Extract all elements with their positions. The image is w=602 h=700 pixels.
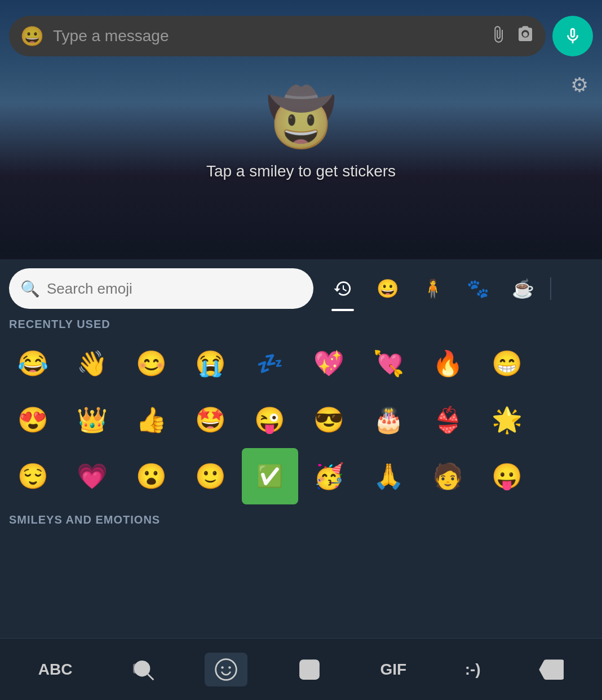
svg-rect-2 — [134, 664, 142, 672]
svg-point-5 — [229, 666, 231, 668]
emoji-cell[interactable]: 😂 — [5, 335, 61, 392]
mic-button[interactable] — [552, 16, 593, 56]
keyboard-bar: ABC GIF :-) — [0, 638, 602, 700]
emoji-cell[interactable]: 😎 — [301, 392, 357, 448]
emoji-cell[interactable]: 🙂 — [183, 448, 239, 504]
emoji-panel: 🔍 😀 🧍 🐾 ☕ RECENTLY USED 😂 👋 😊 😭 💤 💖 💘 🔥 … — [0, 259, 602, 700]
section-recently-used-label: RECENTLY USED — [0, 309, 602, 335]
sticker-prompt-text: Tap a smiley to get stickers — [206, 162, 396, 180]
svg-point-4 — [222, 666, 224, 668]
emoji-cell[interactable]: 😌 — [5, 448, 61, 504]
backspace-button[interactable] — [530, 653, 573, 686]
search-icon: 🔍 — [20, 280, 40, 298]
emoji-cell — [538, 392, 595, 448]
svg-point-3 — [216, 659, 237, 680]
category-tabs: 😀 🧍 🐾 ☕ — [322, 268, 554, 309]
text-emoji-button[interactable]: :-) — [456, 656, 490, 683]
emoji-cell[interactable]: 😛 — [479, 448, 535, 504]
emoji-cell[interactable]: 🎂 — [360, 392, 417, 448]
emoji-cell[interactable]: 😊 — [123, 335, 179, 392]
svg-point-7 — [306, 666, 308, 668]
message-input-container[interactable]: 😀 Type a message — [9, 16, 546, 56]
emoji-cell[interactable]: 🥳 — [301, 448, 357, 504]
abc-button[interactable]: ABC — [29, 656, 82, 683]
tab-divider — [550, 277, 551, 300]
search-tabs-row: 🔍 😀 🧍 🐾 ☕ — [0, 259, 602, 309]
category-tab-food[interactable]: ☕ — [503, 268, 543, 309]
section-smileys-label: SMILEYS AND EMOTIONS — [0, 504, 602, 531]
emoji-toggle-icon[interactable]: 😀 — [20, 25, 44, 47]
abc-label: ABC — [38, 661, 73, 679]
sticker-cowboy-emoji[interactable]: 🤠 — [266, 85, 337, 151]
emoji-cell[interactable]: 👋 — [64, 335, 120, 392]
message-bar: 😀 Type a message — [9, 11, 593, 61]
emoji-cell[interactable]: 😭 — [183, 335, 239, 392]
svg-line-1 — [148, 674, 153, 680]
emoji-cell[interactable]: 🤩 — [183, 392, 239, 448]
category-tab-recent[interactable] — [322, 268, 363, 309]
emoji-cell[interactable]: 😮 — [123, 448, 179, 504]
emoji-cell[interactable]: 😍 — [5, 392, 61, 448]
emoji-cell[interactable]: 👍 — [123, 392, 179, 448]
emoji-cell[interactable]: 🙏 — [360, 448, 417, 504]
emoji-cell — [538, 335, 595, 392]
emoji-cell[interactable]: 💗 — [64, 448, 120, 504]
emoji-cell[interactable]: 😜 — [242, 392, 298, 448]
emoji-cell[interactable]: ✅ — [242, 448, 298, 504]
paperclip-icon[interactable] — [489, 25, 507, 47]
emoji-cell[interactable]: 💤 — [242, 335, 298, 392]
svg-point-8 — [312, 666, 314, 668]
sticker-button[interactable] — [288, 653, 331, 686]
text-emoji-label: :-) — [465, 661, 481, 679]
search-box[interactable]: 🔍 — [9, 268, 313, 309]
gif-button[interactable]: GIF — [371, 656, 415, 683]
category-tab-smileys[interactable]: 😀 — [368, 268, 408, 309]
emoji-cell — [538, 448, 595, 504]
emoji-keyboard-button[interactable] — [205, 653, 247, 686]
emoji-cell[interactable]: 😁 — [479, 335, 535, 392]
emoji-cell[interactable]: 🔥 — [419, 335, 476, 392]
settings-gear-icon[interactable]: ⚙ — [570, 73, 588, 97]
emoji-cell[interactable]: 💖 — [301, 335, 357, 392]
emoji-grid-recently-used: 😂 👋 😊 😭 💤 💖 💘 🔥 😁 😍 👑 👍 🤩 😜 😎 🎂 👙 🌟 😌 💗 … — [0, 335, 602, 504]
message-placeholder[interactable]: Type a message — [53, 27, 480, 45]
sticker-prompt-area: 🤠 Tap a smiley to get stickers — [0, 85, 602, 180]
emoji-cell[interactable]: 🧑 — [419, 448, 476, 504]
emoji-cell[interactable]: 👑 — [64, 392, 120, 448]
emoji-cell[interactable]: 🌟 — [479, 392, 535, 448]
camera-icon[interactable] — [516, 25, 534, 47]
category-tab-people[interactable]: 🧍 — [413, 268, 453, 309]
emoji-cell[interactable]: 💘 — [360, 335, 417, 392]
sticker-search-button[interactable] — [122, 653, 165, 686]
emoji-cell[interactable]: 👙 — [419, 392, 476, 448]
search-emoji-input[interactable] — [47, 280, 302, 298]
gif-label: GIF — [380, 661, 406, 679]
category-tab-animals[interactable]: 🐾 — [458, 268, 498, 309]
